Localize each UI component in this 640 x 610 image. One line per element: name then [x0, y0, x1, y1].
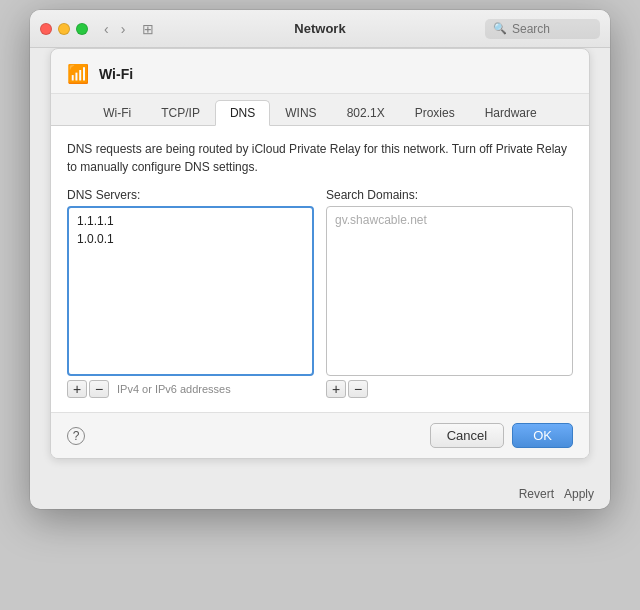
dns-servers-list[interactable]: 1.1.1.1 1.0.0.1 [67, 206, 314, 376]
dns-servers-col: DNS Servers: 1.1.1.1 1.0.0.1 + − IPv4 or… [67, 188, 314, 398]
dns-remove-button[interactable]: − [89, 380, 109, 398]
footer-buttons: Cancel OK [430, 423, 573, 448]
dns-field-hint: IPv4 or IPv6 addresses [117, 383, 231, 395]
apply-button[interactable]: Apply [564, 487, 594, 501]
tab-tcpip[interactable]: TCP/IP [146, 100, 215, 126]
titlebar: ‹ › ⊞ Network 🔍 [30, 10, 610, 48]
close-button[interactable] [40, 23, 52, 35]
tab-proxies[interactable]: Proxies [400, 100, 470, 126]
window-title: Network [294, 21, 345, 36]
search-domains-placeholder: gv.shawcable.net [331, 211, 568, 229]
back-button[interactable]: ‹ [100, 19, 113, 39]
traffic-lights [40, 23, 88, 35]
cancel-button[interactable]: Cancel [430, 423, 504, 448]
ok-button[interactable]: OK [512, 423, 573, 448]
help-button[interactable]: ? [67, 427, 85, 445]
forward-button[interactable]: › [117, 19, 130, 39]
tab-8021x[interactable]: 802.1X [332, 100, 400, 126]
dns-servers-label: DNS Servers: [67, 188, 314, 202]
search-domains-controls: + − [326, 380, 573, 398]
dns-item-2: 1.0.0.1 [73, 230, 308, 248]
wifi-icon: 📶 [67, 63, 89, 85]
dialog: 📶 Wi-Fi Wi-Fi TCP/IP DNS WINS 802.1X Pro… [50, 48, 590, 459]
bottom-bar: Revert Apply [30, 479, 610, 509]
search-domains-list[interactable]: gv.shawcable.net [326, 206, 573, 376]
tab-bar: Wi-Fi TCP/IP DNS WINS 802.1X Proxies Har… [51, 94, 589, 126]
maximize-button[interactable] [76, 23, 88, 35]
tab-dns[interactable]: DNS [215, 100, 270, 126]
dialog-content: DNS requests are being routed by iCloud … [51, 126, 589, 412]
columns: DNS Servers: 1.1.1.1 1.0.0.1 + − IPv4 or… [67, 188, 573, 398]
search-icon: 🔍 [493, 22, 507, 35]
search-domains-label: Search Domains: [326, 188, 573, 202]
dns-item-1: 1.1.1.1 [73, 212, 308, 230]
dialog-footer: ? Cancel OK [51, 412, 589, 458]
titlebar-nav: ‹ › ⊞ [100, 19, 159, 39]
dialog-title: Wi-Fi [99, 66, 133, 82]
network-window: ‹ › ⊞ Network 🔍 📶 Wi-Fi Wi-Fi TCP/IP DNS… [30, 10, 610, 509]
tab-wins[interactable]: WINS [270, 100, 331, 126]
search-box[interactable]: 🔍 [485, 19, 600, 39]
dns-add-button[interactable]: + [67, 380, 87, 398]
minimize-button[interactable] [58, 23, 70, 35]
dialog-header: 📶 Wi-Fi [51, 49, 589, 94]
search-domains-col: Search Domains: gv.shawcable.net + − [326, 188, 573, 398]
dns-controls: + − IPv4 or IPv6 addresses [67, 380, 314, 398]
revert-button[interactable]: Revert [519, 487, 554, 501]
domains-add-button[interactable]: + [326, 380, 346, 398]
tab-wifi[interactable]: Wi-Fi [88, 100, 146, 126]
domains-remove-button[interactable]: − [348, 380, 368, 398]
tab-hardware[interactable]: Hardware [470, 100, 552, 126]
grid-button[interactable]: ⊞ [137, 19, 159, 39]
info-text: DNS requests are being routed by iCloud … [67, 140, 573, 176]
titlebar-left: ‹ › ⊞ [40, 19, 159, 39]
search-input[interactable] [512, 22, 592, 36]
